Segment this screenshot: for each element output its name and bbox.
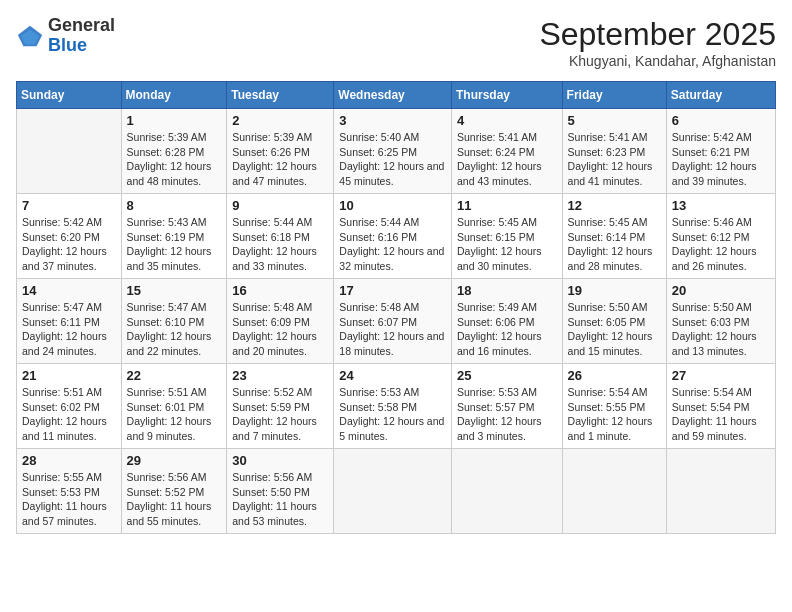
calendar-cell: 2 Sunrise: 5:39 AMSunset: 6:26 PMDayligh… (227, 109, 334, 194)
day-detail: Sunrise: 5:50 AMSunset: 6:05 PMDaylight:… (568, 300, 661, 359)
calendar-cell: 28 Sunrise: 5:55 AMSunset: 5:53 PMDaylig… (17, 449, 122, 534)
day-detail: Sunrise: 5:44 AMSunset: 6:18 PMDaylight:… (232, 215, 328, 274)
page-header: General Blue September 2025 Khugyani, Ka… (16, 16, 776, 69)
day-number: 22 (127, 368, 222, 383)
calendar-cell: 7 Sunrise: 5:42 AMSunset: 6:20 PMDayligh… (17, 194, 122, 279)
day-number: 20 (672, 283, 770, 298)
weekday-header: Monday (121, 82, 227, 109)
day-detail: Sunrise: 5:54 AMSunset: 5:55 PMDaylight:… (568, 385, 661, 444)
day-number: 30 (232, 453, 328, 468)
logo-blue: Blue (48, 35, 87, 55)
calendar-cell: 10 Sunrise: 5:44 AMSunset: 6:16 PMDaylig… (334, 194, 452, 279)
calendar-cell: 25 Sunrise: 5:53 AMSunset: 5:57 PMDaylig… (451, 364, 562, 449)
calendar-cell: 24 Sunrise: 5:53 AMSunset: 5:58 PMDaylig… (334, 364, 452, 449)
calendar-cell: 30 Sunrise: 5:56 AMSunset: 5:50 PMDaylig… (227, 449, 334, 534)
day-number: 5 (568, 113, 661, 128)
weekday-header: Sunday (17, 82, 122, 109)
calendar-cell: 19 Sunrise: 5:50 AMSunset: 6:05 PMDaylig… (562, 279, 666, 364)
day-number: 3 (339, 113, 446, 128)
day-number: 25 (457, 368, 557, 383)
calendar-cell: 22 Sunrise: 5:51 AMSunset: 6:01 PMDaylig… (121, 364, 227, 449)
day-number: 18 (457, 283, 557, 298)
weekday-header: Friday (562, 82, 666, 109)
calendar-cell (451, 449, 562, 534)
day-number: 21 (22, 368, 116, 383)
weekday-header: Thursday (451, 82, 562, 109)
day-detail: Sunrise: 5:41 AMSunset: 6:24 PMDaylight:… (457, 130, 557, 189)
day-number: 6 (672, 113, 770, 128)
day-number: 10 (339, 198, 446, 213)
calendar-cell: 4 Sunrise: 5:41 AMSunset: 6:24 PMDayligh… (451, 109, 562, 194)
calendar-week-row: 7 Sunrise: 5:42 AMSunset: 6:20 PMDayligh… (17, 194, 776, 279)
calendar-cell: 15 Sunrise: 5:47 AMSunset: 6:10 PMDaylig… (121, 279, 227, 364)
day-detail: Sunrise: 5:42 AMSunset: 6:21 PMDaylight:… (672, 130, 770, 189)
day-detail: Sunrise: 5:51 AMSunset: 6:02 PMDaylight:… (22, 385, 116, 444)
calendar-cell: 18 Sunrise: 5:49 AMSunset: 6:06 PMDaylig… (451, 279, 562, 364)
day-number: 13 (672, 198, 770, 213)
calendar-cell: 17 Sunrise: 5:48 AMSunset: 6:07 PMDaylig… (334, 279, 452, 364)
calendar-cell: 12 Sunrise: 5:45 AMSunset: 6:14 PMDaylig… (562, 194, 666, 279)
calendar-cell: 27 Sunrise: 5:54 AMSunset: 5:54 PMDaylig… (666, 364, 775, 449)
calendar-cell: 8 Sunrise: 5:43 AMSunset: 6:19 PMDayligh… (121, 194, 227, 279)
location: Khugyani, Kandahar, Afghanistan (539, 53, 776, 69)
month-title: September 2025 (539, 16, 776, 53)
day-number: 9 (232, 198, 328, 213)
calendar-cell: 5 Sunrise: 5:41 AMSunset: 6:23 PMDayligh… (562, 109, 666, 194)
day-number: 27 (672, 368, 770, 383)
day-number: 29 (127, 453, 222, 468)
day-number: 28 (22, 453, 116, 468)
day-number: 15 (127, 283, 222, 298)
day-number: 12 (568, 198, 661, 213)
day-detail: Sunrise: 5:55 AMSunset: 5:53 PMDaylight:… (22, 470, 116, 529)
day-number: 11 (457, 198, 557, 213)
day-detail: Sunrise: 5:56 AMSunset: 5:50 PMDaylight:… (232, 470, 328, 529)
day-detail: Sunrise: 5:39 AMSunset: 6:26 PMDaylight:… (232, 130, 328, 189)
day-number: 1 (127, 113, 222, 128)
weekday-header: Saturday (666, 82, 775, 109)
day-detail: Sunrise: 5:51 AMSunset: 6:01 PMDaylight:… (127, 385, 222, 444)
calendar-cell: 26 Sunrise: 5:54 AMSunset: 5:55 PMDaylig… (562, 364, 666, 449)
calendar-cell: 3 Sunrise: 5:40 AMSunset: 6:25 PMDayligh… (334, 109, 452, 194)
calendar-cell: 1 Sunrise: 5:39 AMSunset: 6:28 PMDayligh… (121, 109, 227, 194)
calendar-week-row: 28 Sunrise: 5:55 AMSunset: 5:53 PMDaylig… (17, 449, 776, 534)
day-detail: Sunrise: 5:47 AMSunset: 6:10 PMDaylight:… (127, 300, 222, 359)
day-number: 16 (232, 283, 328, 298)
calendar-cell: 6 Sunrise: 5:42 AMSunset: 6:21 PMDayligh… (666, 109, 775, 194)
day-detail: Sunrise: 5:50 AMSunset: 6:03 PMDaylight:… (672, 300, 770, 359)
day-detail: Sunrise: 5:45 AMSunset: 6:15 PMDaylight:… (457, 215, 557, 274)
day-detail: Sunrise: 5:39 AMSunset: 6:28 PMDaylight:… (127, 130, 222, 189)
day-detail: Sunrise: 5:52 AMSunset: 5:59 PMDaylight:… (232, 385, 328, 444)
day-number: 4 (457, 113, 557, 128)
day-number: 17 (339, 283, 446, 298)
day-detail: Sunrise: 5:41 AMSunset: 6:23 PMDaylight:… (568, 130, 661, 189)
day-detail: Sunrise: 5:47 AMSunset: 6:11 PMDaylight:… (22, 300, 116, 359)
day-detail: Sunrise: 5:53 AMSunset: 5:58 PMDaylight:… (339, 385, 446, 444)
calendar-table: SundayMondayTuesdayWednesdayThursdayFrid… (16, 81, 776, 534)
day-number: 7 (22, 198, 116, 213)
day-detail: Sunrise: 5:40 AMSunset: 6:25 PMDaylight:… (339, 130, 446, 189)
calendar-cell (334, 449, 452, 534)
day-number: 19 (568, 283, 661, 298)
day-number: 8 (127, 198, 222, 213)
calendar-week-row: 14 Sunrise: 5:47 AMSunset: 6:11 PMDaylig… (17, 279, 776, 364)
weekday-header: Tuesday (227, 82, 334, 109)
day-detail: Sunrise: 5:49 AMSunset: 6:06 PMDaylight:… (457, 300, 557, 359)
title-block: September 2025 Khugyani, Kandahar, Afgha… (539, 16, 776, 69)
calendar-cell: 21 Sunrise: 5:51 AMSunset: 6:02 PMDaylig… (17, 364, 122, 449)
calendar-cell: 11 Sunrise: 5:45 AMSunset: 6:15 PMDaylig… (451, 194, 562, 279)
day-number: 26 (568, 368, 661, 383)
calendar-cell: 20 Sunrise: 5:50 AMSunset: 6:03 PMDaylig… (666, 279, 775, 364)
day-detail: Sunrise: 5:43 AMSunset: 6:19 PMDaylight:… (127, 215, 222, 274)
calendar-cell (17, 109, 122, 194)
calendar-cell: 14 Sunrise: 5:47 AMSunset: 6:11 PMDaylig… (17, 279, 122, 364)
day-detail: Sunrise: 5:53 AMSunset: 5:57 PMDaylight:… (457, 385, 557, 444)
calendar-cell: 13 Sunrise: 5:46 AMSunset: 6:12 PMDaylig… (666, 194, 775, 279)
calendar-cell (562, 449, 666, 534)
day-detail: Sunrise: 5:56 AMSunset: 5:52 PMDaylight:… (127, 470, 222, 529)
day-number: 24 (339, 368, 446, 383)
day-detail: Sunrise: 5:46 AMSunset: 6:12 PMDaylight:… (672, 215, 770, 274)
calendar-cell: 9 Sunrise: 5:44 AMSunset: 6:18 PMDayligh… (227, 194, 334, 279)
weekday-header-row: SundayMondayTuesdayWednesdayThursdayFrid… (17, 82, 776, 109)
day-detail: Sunrise: 5:45 AMSunset: 6:14 PMDaylight:… (568, 215, 661, 274)
logo: General Blue (16, 16, 115, 56)
